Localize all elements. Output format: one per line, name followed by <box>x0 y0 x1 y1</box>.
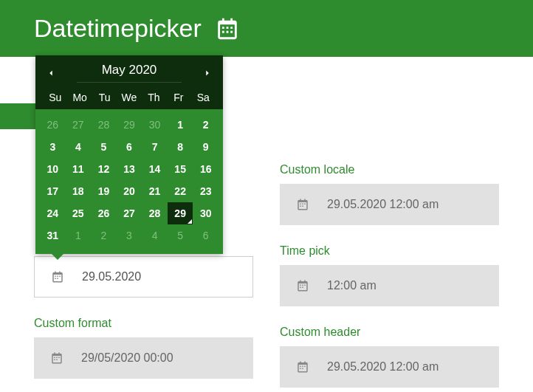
calendar-day[interactable]: 22 <box>168 180 193 202</box>
calendar-day[interactable]: 15 <box>168 158 193 180</box>
weekday-label: Fr <box>166 92 190 103</box>
calendar-day[interactable]: 7 <box>142 136 168 158</box>
time-pick-label: Time pick <box>280 244 499 258</box>
calendar-day[interactable]: 14 <box>142 158 168 180</box>
calendar-day[interactable]: 16 <box>193 158 219 180</box>
calendar-day[interactable]: 6 <box>117 136 142 158</box>
calendar-day[interactable]: 30 <box>142 114 168 136</box>
calendar-day[interactable]: 26 <box>91 202 117 224</box>
calendar-day[interactable]: 29 <box>117 114 142 136</box>
header-title: Datetimepicker <box>34 14 202 43</box>
calendar-day[interactable]: 23 <box>193 180 219 202</box>
calendar-day[interactable]: 18 <box>66 180 92 202</box>
custom-locale-value: 29.05.2020 12:00 am <box>327 198 439 211</box>
calendar-day[interactable]: 28 <box>91 114 117 136</box>
calendar-day[interactable]: 29 <box>168 202 193 224</box>
calendar-day[interactable]: 2 <box>193 114 219 136</box>
calendar-weekdays: SuMoTuWeThFrSa <box>41 89 217 105</box>
calendar-day[interactable]: 24 <box>40 202 66 224</box>
prev-month-button[interactable] <box>46 68 56 78</box>
custom-format-input[interactable]: 29/05/2020 00:00 <box>34 337 253 379</box>
calendar-pointer <box>52 254 63 260</box>
calendar-icon <box>51 270 64 283</box>
calendar-day[interactable]: 10 <box>40 158 66 180</box>
custom-header-value: 29.05.2020 12:00 am <box>327 360 439 374</box>
calendar-day[interactable]: 1 <box>66 224 92 247</box>
calendar-day[interactable]: 2 <box>91 224 117 247</box>
weekday-label: Tu <box>92 92 117 103</box>
calendar-popup: May 2020 SuMoTuWeThFrSa 2627282930123456… <box>35 55 223 254</box>
calendar-day[interactable]: 27 <box>66 114 92 136</box>
time-pick-value: 12:00 am <box>327 279 376 292</box>
weekday-label: Sa <box>191 92 216 103</box>
calendar-day[interactable]: 5 <box>91 136 117 158</box>
calendar-day[interactable]: 3 <box>117 224 142 247</box>
calendar-day[interactable]: 13 <box>117 158 142 180</box>
calendar-day[interactable]: 9 <box>193 136 219 158</box>
custom-header-input[interactable]: 29.05.2020 12:00 am <box>280 346 499 388</box>
calendar-day[interactable]: 4 <box>142 224 168 247</box>
calendar-day[interactable]: 6 <box>193 224 219 247</box>
calendar-icon <box>296 198 309 211</box>
calendar-day[interactable]: 3 <box>40 136 66 158</box>
calendar-day[interactable]: 12 <box>91 158 117 180</box>
weekday-label: Mo <box>67 92 92 103</box>
calendar-day[interactable]: 26 <box>40 114 66 136</box>
custom-locale-input[interactable]: 29.05.2020 12:00 am <box>280 184 499 225</box>
calendar-day[interactable]: 27 <box>117 202 142 224</box>
calendar-icon <box>296 360 309 374</box>
calendar-day[interactable]: 8 <box>168 136 193 158</box>
date-input[interactable]: 29.05.2020 <box>34 256 253 298</box>
calendar-day[interactable]: 1 <box>168 114 193 136</box>
calendar-day[interactable]: 5 <box>168 224 193 247</box>
custom-format-value: 29/05/2020 00:00 <box>81 351 173 365</box>
calendar-day[interactable]: 19 <box>91 180 117 202</box>
calendar-day[interactable]: 21 <box>142 180 168 202</box>
calendar-day[interactable]: 30 <box>193 202 219 224</box>
calendar-day[interactable]: 28 <box>142 202 168 224</box>
calendar-day[interactable]: 25 <box>66 202 92 224</box>
date-input-value: 29.05.2020 <box>82 270 141 283</box>
custom-format-label: Custom format <box>34 317 253 330</box>
calendar-title[interactable]: May 2020 <box>77 63 182 83</box>
weekday-label: We <box>117 92 141 103</box>
calendar-day[interactable]: 11 <box>66 158 92 180</box>
calendar-grid: 2627282930123456789101112131415161718192… <box>35 109 223 254</box>
weekday-label: Th <box>142 92 166 103</box>
calendar-day[interactable]: 17 <box>40 180 66 202</box>
custom-locale-label: Custom locale <box>280 163 499 176</box>
calendar-day[interactable]: 4 <box>66 136 92 158</box>
weekday-label: Su <box>43 92 67 103</box>
app-header: Datetimepicker <box>0 0 533 57</box>
right-column: Custom locale 29.05.2020 12:00 am Time p… <box>280 57 499 388</box>
calendar-icon <box>215 16 240 41</box>
calendar-day[interactable]: 31 <box>40 224 66 247</box>
calendar-day[interactable]: 20 <box>117 180 142 202</box>
next-month-button[interactable] <box>202 68 213 78</box>
custom-header-label: Custom header <box>280 326 499 339</box>
calendar-icon <box>50 351 63 365</box>
content-area: May 2020 SuMoTuWeThFrSa 2627282930123456… <box>0 57 533 388</box>
calendar-header: May 2020 SuMoTuWeThFrSa <box>35 55 223 109</box>
calendar-icon <box>296 279 309 292</box>
time-pick-input[interactable]: 12:00 am <box>280 265 499 306</box>
